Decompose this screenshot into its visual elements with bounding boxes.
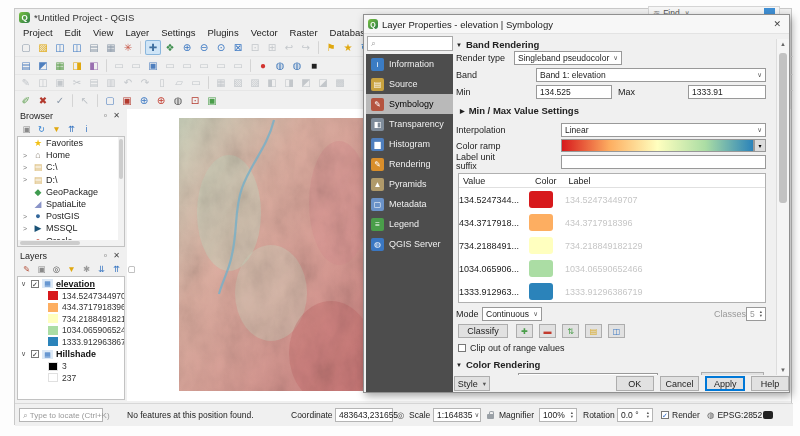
zoom-to-layer-icon[interactable]: ⊞ [264,40,280,55]
scroll-down-icon[interactable]: ▼ [777,367,789,373]
color-ramp-preview[interactable] [561,139,754,152]
render-type-combo[interactable]: Singleband pseudocolor ∨ [514,51,622,65]
collapse-all-icon[interactable]: ⇈ [110,263,123,275]
layout-manager-icon[interactable]: ▦ [103,40,119,55]
float-panel-icon[interactable]: ▫ [100,251,111,260]
color-ramp-menu-button[interactable]: ▾ [754,139,766,152]
add-selected-layers-icon[interactable]: ▣ [20,123,33,135]
sidebar-item-source[interactable]: ▤ Source [366,74,453,94]
add-delimited-text-icon[interactable]: ◧ [86,58,102,73]
coordinate-input[interactable]: 483643,231655 [335,408,393,422]
menu-item[interactable]: View [87,25,119,39]
ok-button[interactable]: OK [616,376,654,391]
rotate-feature-icon[interactable]: ▧ [230,75,246,90]
browser-item-home[interactable]: > ⌂ Home [18,149,124,161]
new-project-icon[interactable]: ▢ [18,40,34,55]
measure-icon[interactable]: ✖ [35,93,51,108]
menu-item[interactable]: Edit [59,25,87,39]
magnifier-input[interactable]: 100% ▴▾ [539,408,577,422]
remove-values-button[interactable]: ▬ [539,324,556,338]
move-label-icon[interactable]: ▭ [196,58,212,73]
color-swatch[interactable] [529,237,553,254]
zoom-highlight-red-icon[interactable]: ⊕ [153,93,169,108]
expander-icon[interactable]: ∨ [21,280,28,288]
metasearch-icon[interactable]: ◍ [272,58,288,73]
clip-checkbox[interactable]: Clip out of range values [458,343,565,353]
menu-item[interactable]: Project [17,25,59,39]
menu-item[interactable]: Vector [245,25,284,39]
new-bookmark-icon[interactable]: ⚑ [323,40,339,55]
move-feature-icon[interactable]: ▦ [213,75,229,90]
open-project-icon[interactable]: ▨ [35,40,51,55]
pan-map-icon[interactable]: ✚ [145,40,161,55]
browser-item-mssql[interactable]: > ▶ MSSQL [18,222,124,234]
rotation-input[interactable]: 0.0 ° ▴▾ [617,408,653,422]
map-tips-icon[interactable]: ▣ [145,58,161,73]
apply-button[interactable]: Apply [705,376,745,391]
separator[interactable] [106,59,107,72]
remove-layer-icon[interactable]: ▢ [125,263,138,275]
zoom-full-icon[interactable]: ⊠ [230,40,246,55]
mmqgis-plugin-icon[interactable]: ■ [306,58,322,73]
separator[interactable] [72,94,73,107]
sidebar-item-legend[interactable]: ≡ Legend [366,214,453,234]
save-color-map-button[interactable]: ◫ [608,324,625,338]
browser-item-c-drive[interactable]: > ▤ C:\ [18,161,124,173]
locate-input[interactable]: ⌕ Type to locate (Ctrl+K) [19,408,103,422]
redo-icon[interactable]: ↷ [137,75,153,90]
filter-legend-icon[interactable]: ▼ [65,263,78,275]
cut-features-icon[interactable]: ✂ [69,75,85,90]
layer-label[interactable]: Hillshade [56,349,96,359]
reshape-features-icon[interactable]: ▩ [332,75,348,90]
band-rendering-section[interactable]: ▼ Band Rendering [456,39,539,50]
change-label-icon[interactable]: ▭ [230,58,246,73]
mode-combo[interactable]: Continuous ∨ [482,307,542,321]
save-project-as-icon[interactable]: ◫ [69,40,85,55]
dialog-scrollbar[interactable]: ▲ ▼ [776,39,789,375]
close-panel-icon[interactable]: ✕ [111,111,122,120]
close-icon[interactable]: ✕ [769,19,785,29]
color-swatch[interactable] [529,283,553,300]
color-swatch[interactable] [529,214,553,231]
save-edits-icon[interactable]: ◫ [35,75,51,90]
browser-hscrollbar[interactable] [18,240,124,246]
copy-features-icon[interactable]: ▤ [86,75,102,90]
plugin-icon-red[interactable]: ● [255,58,271,73]
pan-to-selection-icon[interactable]: ❖ [162,40,178,55]
paste-features-icon[interactable]: ▥ [103,75,119,90]
show-bookmarks-icon[interactable]: ★ [340,40,356,55]
style-manager-icon[interactable]: ✳ [120,40,136,55]
separator[interactable] [208,76,209,89]
save-project-icon[interactable]: ◫ [52,40,68,55]
layer-checkbox[interactable]: ✓ [31,350,39,358]
crs-indicator[interactable]: ◍ EPSG:2852 [707,408,762,422]
render-checkbox[interactable]: ✓ Render [661,408,700,422]
refresh-browser-icon[interactable]: ↻ [35,123,48,135]
menu-item[interactable]: Settings [155,25,201,39]
separator[interactable] [318,41,319,54]
color-swatch[interactable] [529,191,553,208]
max-input[interactable]: 1333.91 [688,85,766,99]
layer-styling-icon[interactable]: ✎ [20,263,33,275]
lock-scale-icon[interactable] [487,408,494,422]
separator[interactable] [140,41,141,54]
expander-icon[interactable]: ∨ [21,350,28,358]
selection-box-icon[interactable]: ▣ [204,93,220,108]
style-menu-button[interactable]: Style ▾ [454,376,490,391]
annotation-icon[interactable]: ✐ [18,93,34,108]
add-group-icon[interactable]: ▣ [35,263,48,275]
log-messages-icon[interactable] [763,408,773,422]
browser-item-d-drive[interactable]: > ▤ D:\ [18,174,124,186]
zoom-highlight-blue-icon[interactable]: ⊕ [136,93,152,108]
properties-search-input[interactable]: ⌕ [367,36,453,51]
labeling-icon[interactable]: ▭ [111,58,127,73]
layer-label[interactable]: elevation [56,279,95,289]
browser-item-spatialite[interactable]: ◢ SpatiaLite [18,198,124,210]
copy-style-icon[interactable]: ▢ [102,93,118,108]
pin-labels-icon[interactable]: ▭ [162,58,178,73]
layer-item-elevation[interactable]: ∨ ✓ ▦ elevation [18,277,124,290]
filter-expression-icon[interactable]: ✱ [80,263,93,275]
browser-vscrollbar[interactable] [118,137,124,246]
rotate-label-icon[interactable]: ▭ [213,58,229,73]
modify-attributes-icon[interactable]: ▭ [188,75,204,90]
